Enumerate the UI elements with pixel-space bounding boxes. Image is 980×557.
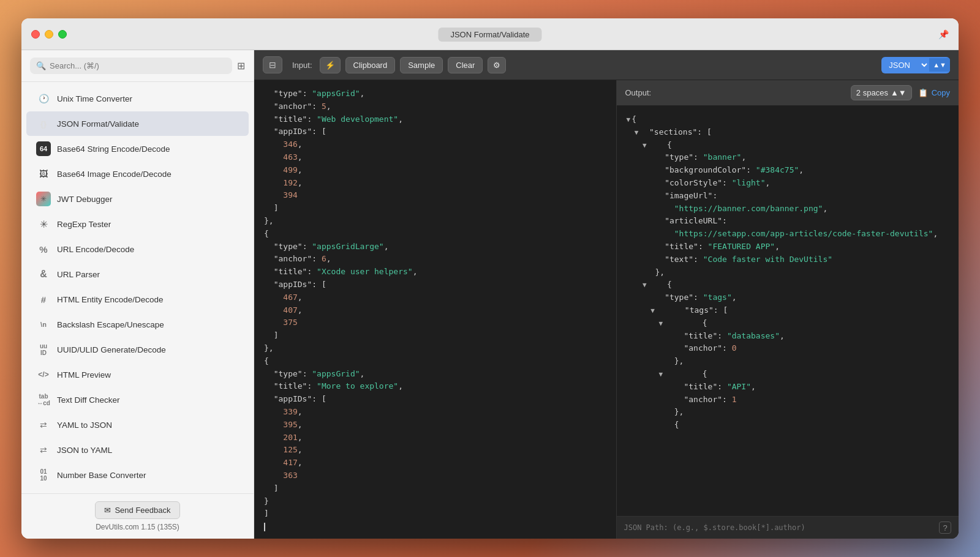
version-text: DevUtils.com 1.15 (135S) [96, 523, 179, 531]
sidebar-item-backslash[interactable]: \n Backslash Escape/Unescape [26, 312, 249, 337]
sidebar-item-json-format[interactable]: {} JSON Format/Validate [26, 111, 249, 136]
clipboard-label: Clipboard [353, 61, 388, 70]
sidebar-item-unix-time-label: Unix Time Converter [57, 94, 132, 103]
input-label: Input: [292, 61, 312, 70]
json-format-icon: {} [36, 116, 51, 131]
sidebar-item-url-parser[interactable]: & URL Parser [26, 262, 249, 286]
spaces-arrows-icon: ▲▼ [891, 88, 907, 97]
sidebar-item-text-diff[interactable]: tab↔cd Text Diff Checker [26, 387, 249, 412]
app-window: JSON Format/Validate 📌 🔍 ⊞ 🕐 Unix Time C… [21, 18, 959, 539]
sidebar-item-base64-string-label: Base64 String Encode/Decode [57, 144, 170, 154]
url-parser-icon: & [36, 267, 51, 282]
main-panel: ⊟ Input: ⚡ Clipboard Sample Clear ⚙ [254, 50, 959, 539]
number-base-icon: 0110 [36, 468, 51, 482]
fullscreen-button[interactable] [58, 30, 67, 39]
html-entity-icon: # [36, 292, 51, 307]
grid-icon[interactable]: ⊞ [237, 60, 245, 72]
sidebar-item-regexp[interactable]: ✳ RegExp Tester [26, 212, 249, 236]
sidebar-item-url-parser-label: URL Parser [57, 270, 100, 279]
sample-button[interactable]: Sample [400, 57, 443, 73]
feedback-label: Send Feedback [115, 506, 170, 515]
sidebar-item-url-encode[interactable]: % URL Encode/Decode [26, 237, 249, 261]
send-feedback-button[interactable]: ✉ Send Feedback [95, 501, 179, 519]
sidebar-item-jwt[interactable]: ✳ JWT Debugger [26, 187, 249, 211]
sidebar-item-text-diff-label: Text Diff Checker [57, 395, 120, 405]
output-panel: Output: 2 spaces ▲▼ 📋 Copy ▼{ ▼ "section… [617, 80, 959, 539]
uuid-icon: uuID [36, 342, 51, 357]
clear-label: Clear [456, 61, 475, 70]
help-button[interactable]: ? [939, 521, 951, 534]
sidebar-item-html-entity[interactable]: # HTML Entity Encode/Decode [26, 287, 249, 312]
settings-button[interactable]: ⚙ [488, 57, 506, 73]
spaces-label: 2 spaces [856, 88, 888, 97]
url-encode-icon: % [36, 242, 51, 256]
sidebar-item-json-yaml[interactable]: ⇄ JSON to YAML [26, 438, 249, 462]
sidebar-item-yaml-json[interactable]: ⇄ YAML to JSON [26, 413, 249, 437]
html-preview-icon: </> [36, 367, 51, 382]
output-toolbar: Output: 2 spaces ▲▼ 📋 Copy [617, 80, 959, 106]
sidebar-toggle-icon: ⊟ [269, 60, 276, 70]
sidebar-item-number-base[interactable]: 0110 Number Base Converter [26, 463, 249, 487]
lightning-button[interactable]: ⚡ [320, 57, 341, 73]
sidebar-item-regexp-label: RegExp Tester [57, 220, 111, 229]
clear-button[interactable]: Clear [448, 57, 483, 73]
sidebar-item-unix-time[interactable]: 🕐 Unix Time Converter [26, 86, 249, 111]
window-title: JSON Format/Validate [438, 28, 541, 42]
regexp-icon: ✳ [36, 217, 51, 231]
title-bar-center: JSON Format/Validate [438, 29, 541, 40]
sidebar-item-backslash-label: Backslash Escape/Unescape [57, 320, 164, 329]
search-input[interactable] [50, 61, 226, 70]
sample-label: Sample [408, 61, 435, 70]
json-yaml-icon: ⇄ [36, 443, 51, 457]
format-select-wrapper[interactable]: JSON JSON5 ▲▼ [881, 57, 950, 73]
copy-button[interactable]: 📋 Copy [918, 88, 950, 97]
json-path-input[interactable] [624, 523, 935, 532]
sidebar: 🔍 ⊞ 🕐 Unix Time Converter {} JSON Format… [21, 50, 254, 539]
sidebar-item-json-yaml-label: JSON to YAML [57, 446, 112, 455]
search-wrapper[interactable]: 🔍 [30, 58, 232, 74]
gear-icon: ⚙ [493, 61, 500, 70]
pin-icon[interactable]: 📌 [938, 29, 949, 39]
base64-string-icon: 64 [36, 141, 51, 156]
output-label: Output: [625, 88, 851, 97]
sidebar-list: 🕐 Unix Time Converter {} JSON Format/Val… [21, 82, 254, 493]
sidebar-item-yaml-json-label: YAML to JSON [57, 421, 112, 430]
sidebar-item-number-base-label: Number Base Converter [57, 471, 146, 480]
sidebar-item-uuid-label: UUID/ULID Generate/Decode [57, 345, 166, 354]
sidebar-item-html-preview-label: HTML Preview [57, 370, 111, 379]
input-panel[interactable]: "type": "appsGrid", "anchor": 5, "title"… [254, 80, 617, 539]
json-path-bar: ? [617, 516, 959, 539]
input-toolbar: ⊟ Input: ⚡ Clipboard Sample Clear ⚙ [254, 50, 959, 80]
sidebar-item-json-format-label: JSON Format/Validate [57, 119, 139, 129]
sidebar-item-html-beautify[interactable]: ✏ HTML Beautify/Minify [26, 488, 249, 493]
copy-icon: 📋 [918, 88, 928, 97]
minimize-button[interactable] [45, 30, 53, 39]
close-button[interactable] [31, 30, 40, 39]
sidebar-item-jwt-label: JWT Debugger [57, 195, 113, 204]
sidebar-item-base64-string[interactable]: 64 Base64 String Encode/Decode [26, 136, 249, 161]
yaml-json-icon: ⇄ [36, 417, 51, 432]
format-select[interactable]: JSON JSON5 [881, 57, 929, 73]
title-bar: JSON Format/Validate 📌 [21, 18, 959, 50]
search-bar: 🔍 ⊞ [21, 50, 254, 82]
lightning-icon: ⚡ [325, 61, 335, 70]
sidebar-item-base64-image[interactable]: 🖼 Base64 Image Encode/Decode [26, 162, 249, 186]
sidebar-item-base64-image-label: Base64 Image Encode/Decode [57, 170, 172, 179]
feedback-icon: ✉ [104, 506, 111, 515]
main-content: 🔍 ⊞ 🕐 Unix Time Converter {} JSON Format… [21, 50, 959, 539]
traffic-lights [31, 30, 67, 39]
spaces-selector[interactable]: 2 spaces ▲▼ [851, 85, 912, 100]
sidebar-item-url-encode-label: URL Encode/Decode [57, 245, 134, 254]
code-panels: "type": "appsGrid", "anchor": 5, "title"… [254, 80, 959, 539]
copy-label: Copy [932, 88, 950, 97]
backslash-icon: \n [36, 317, 51, 332]
sidebar-footer: ✉ Send Feedback DevUtils.com 1.15 (135S) [21, 493, 254, 539]
input-code: "type": "appsGrid", "anchor": 5, "title"… [264, 88, 606, 533]
sidebar-toggle-button[interactable]: ⊟ [263, 56, 282, 73]
sidebar-item-html-preview[interactable]: </> HTML Preview [26, 362, 249, 387]
sidebar-item-html-entity-label: HTML Entity Encode/Decode [57, 295, 164, 304]
format-select-arrow: ▲▼ [929, 58, 950, 72]
sidebar-item-uuid[interactable]: uuID UUID/ULID Generate/Decode [26, 337, 249, 362]
jwt-icon: ✳ [36, 192, 51, 206]
clipboard-button[interactable]: Clipboard [345, 57, 396, 73]
